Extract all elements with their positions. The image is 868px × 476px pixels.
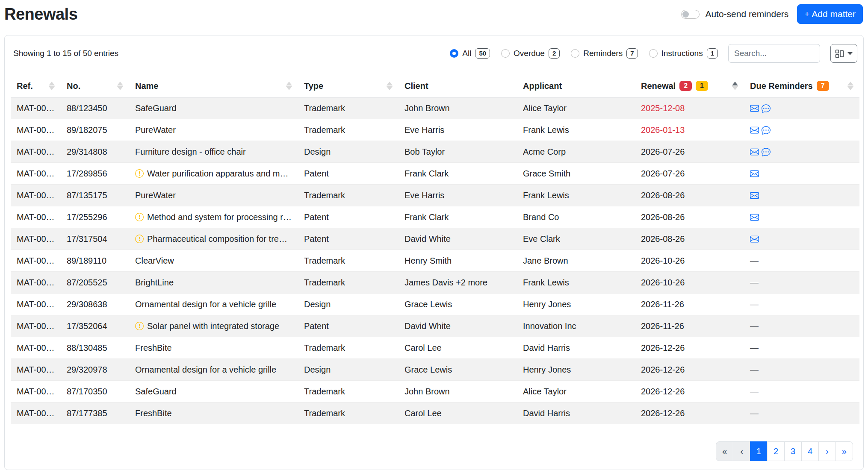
cell-applicant: Henry Jones bbox=[517, 294, 635, 315]
filter-instructions[interactable]: Instructions1 bbox=[649, 48, 718, 59]
cell-due-reminders bbox=[744, 185, 859, 206]
warning-icon bbox=[135, 235, 144, 243]
add-matter-button[interactable]: + Add matter bbox=[797, 4, 863, 24]
cell-ref: MAT-0018 bbox=[11, 359, 61, 381]
cell-due-reminders: — bbox=[744, 315, 859, 337]
matter-name: PureWater bbox=[135, 191, 176, 200]
cell-no: 17/255296 bbox=[61, 206, 129, 228]
column-header-no[interactable]: No. bbox=[61, 70, 129, 97]
cell-name: Solar panel with integrated storage bbox=[129, 315, 298, 337]
column-view-button[interactable] bbox=[830, 44, 857, 63]
matter-name: Method and system for processing re... bbox=[147, 212, 292, 222]
table-row: MAT-000829/308638Ornamental design for a… bbox=[11, 294, 859, 315]
filter-label: Overdue bbox=[514, 49, 545, 58]
cell-type: Patent bbox=[298, 228, 399, 250]
radio-icon[interactable] bbox=[571, 49, 579, 58]
email-reminder-icon[interactable] bbox=[750, 169, 759, 178]
email-reminder-icon[interactable] bbox=[750, 213, 759, 222]
renewals-card: Showing 1 to 15 of 50 entries All50Overd… bbox=[4, 35, 864, 470]
cell-ref: MAT-0016 bbox=[11, 185, 61, 206]
radio-icon[interactable] bbox=[501, 49, 510, 58]
cell-applicant: Innovation Inc bbox=[517, 315, 635, 337]
cell-due-reminders: — bbox=[744, 337, 859, 359]
radio-icon[interactable] bbox=[649, 49, 658, 58]
cell-name: SafeGuard bbox=[129, 97, 298, 119]
cell-applicant: Alice Taylor bbox=[517, 381, 635, 403]
cell-client: Frank Clark bbox=[399, 163, 517, 185]
cell-ref: MAT-0034 bbox=[11, 403, 61, 424]
cell-due-reminders: — bbox=[744, 272, 859, 294]
pagination-next[interactable]: › bbox=[818, 441, 836, 461]
filter-overdue[interactable]: Overdue2 bbox=[501, 48, 560, 59]
cell-ref: MAT-0039 bbox=[11, 250, 61, 272]
count-badge: 1 bbox=[696, 81, 708, 91]
column-header-client: Client bbox=[399, 70, 517, 97]
column-header-due-reminders[interactable]: Due Reminders7 bbox=[744, 70, 859, 97]
column-header-name[interactable]: Name bbox=[129, 70, 298, 97]
filter-all[interactable]: All50 bbox=[450, 48, 490, 59]
chat-reminder-icon[interactable] bbox=[762, 126, 771, 135]
pagination-page-3[interactable]: 3 bbox=[784, 441, 802, 461]
cell-client: Grace Lewis bbox=[399, 294, 517, 315]
sort-icon bbox=[286, 82, 292, 90]
email-reminder-icon[interactable] bbox=[750, 147, 759, 156]
column-label: Ref. bbox=[17, 81, 33, 91]
cell-client: Carol Lee bbox=[399, 337, 517, 359]
email-reminder-icon[interactable] bbox=[750, 191, 759, 200]
column-label: Type bbox=[304, 81, 323, 91]
cell-client: David White bbox=[399, 315, 517, 337]
chat-reminder-icon[interactable] bbox=[762, 147, 771, 156]
column-header-type[interactable]: Type bbox=[298, 70, 399, 97]
no-reminders-dash: — bbox=[750, 256, 759, 265]
cell-applicant: Frank Lewis bbox=[517, 185, 635, 206]
pagination-page-4[interactable]: 4 bbox=[801, 441, 819, 461]
grid-layout-icon bbox=[835, 49, 844, 58]
page-title: Renewals bbox=[4, 4, 77, 24]
filter-reminders[interactable]: Reminders7 bbox=[571, 48, 638, 59]
cell-type: Trademark bbox=[298, 337, 399, 359]
cell-due-reminders: — bbox=[744, 250, 859, 272]
pagination-last[interactable]: » bbox=[836, 441, 853, 461]
cell-type: Trademark bbox=[298, 119, 399, 141]
email-reminder-icon[interactable] bbox=[750, 235, 759, 244]
cell-ref: MAT-0008 bbox=[11, 294, 61, 315]
cell-renewal: 2026-11-26 bbox=[635, 315, 744, 337]
sort-icon bbox=[117, 82, 123, 90]
warning-icon bbox=[135, 169, 144, 178]
no-reminders-dash: — bbox=[750, 343, 759, 353]
cell-name: Furniture design - office chair bbox=[129, 141, 298, 163]
cell-client: James Davis +2 more bbox=[399, 272, 517, 294]
auto-send-toggle[interactable] bbox=[681, 10, 700, 19]
cell-no: 29/308638 bbox=[61, 294, 129, 315]
cell-ref: MAT-0036 bbox=[11, 119, 61, 141]
column-label: No. bbox=[67, 81, 80, 91]
email-reminder-icon[interactable] bbox=[750, 126, 759, 135]
cell-ref: MAT-0011 bbox=[11, 97, 61, 119]
pagination-first: « bbox=[716, 441, 733, 461]
sort-icon bbox=[847, 82, 853, 90]
cell-type: Trademark bbox=[298, 185, 399, 206]
column-header-applicant: Applicant bbox=[517, 70, 635, 97]
cell-applicant: Alice Taylor bbox=[517, 97, 635, 119]
cell-name: Ornamental design for a vehicle grille bbox=[129, 359, 298, 381]
chat-reminder-icon[interactable] bbox=[762, 104, 771, 113]
search-input[interactable] bbox=[728, 44, 820, 63]
radio-checked-icon[interactable] bbox=[450, 49, 458, 58]
filter-count-badge: 1 bbox=[707, 48, 718, 59]
column-header-ref[interactable]: Ref. bbox=[11, 70, 61, 97]
cell-no: 17/289856 bbox=[61, 163, 129, 185]
email-reminder-icon[interactable] bbox=[750, 104, 759, 113]
cell-applicant: Frank Lewis bbox=[517, 272, 635, 294]
table-row: MAT-003187/170350SafeGuardTrademarkJohn … bbox=[11, 381, 859, 403]
column-header-renewal[interactable]: Renewal21 bbox=[635, 70, 744, 97]
cell-renewal: 2026-10-26 bbox=[635, 272, 744, 294]
table-row: MAT-003989/189110ClearViewTrademarkHenry… bbox=[11, 250, 859, 272]
cell-no: 17/352064 bbox=[61, 315, 129, 337]
pagination-page-1[interactable]: 1 bbox=[750, 441, 768, 461]
cell-applicant: Henry Jones bbox=[517, 359, 635, 381]
pagination-page-2[interactable]: 2 bbox=[767, 441, 785, 461]
cell-ref: MAT-0017 bbox=[11, 206, 61, 228]
cell-renewal: 2026-10-26 bbox=[635, 250, 744, 272]
table-row: MAT-003517/317504Pharmaceutical composit… bbox=[11, 228, 859, 250]
cell-ref: MAT-0046 bbox=[11, 272, 61, 294]
